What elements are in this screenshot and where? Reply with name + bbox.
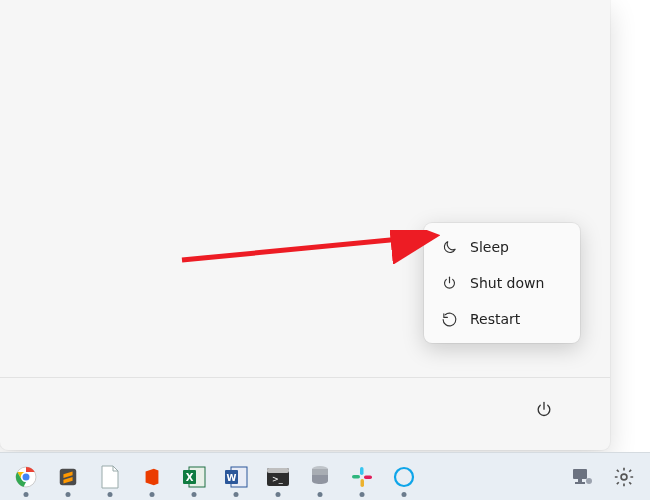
svg-point-3 [22, 472, 30, 480]
svg-text:X: X [186, 472, 194, 483]
svg-point-19 [395, 468, 413, 486]
svg-rect-20 [573, 469, 587, 479]
office-icon[interactable] [138, 463, 166, 491]
device-icon[interactable] [568, 463, 596, 491]
cortana-icon[interactable] [390, 463, 418, 491]
svg-text:>_: >_ [272, 475, 284, 484]
settings-icon[interactable] [610, 463, 638, 491]
menu-item-restart[interactable]: Restart [428, 301, 576, 337]
menu-item-shutdown[interactable]: Shut down [428, 265, 576, 301]
restart-icon [440, 310, 458, 328]
svg-rect-12 [267, 468, 289, 473]
svg-text:W: W [227, 473, 237, 483]
power-button[interactable] [526, 394, 562, 430]
desktop-area: Sleep Shut down Restart [0, 0, 650, 500]
sublime-icon[interactable] [54, 463, 82, 491]
panel-divider [0, 377, 610, 378]
menu-item-label: Restart [470, 311, 520, 327]
power-icon [440, 274, 458, 292]
chrome-icon[interactable] [12, 463, 40, 491]
excel-icon[interactable]: X [180, 463, 208, 491]
word-icon[interactable]: W [222, 463, 250, 491]
menu-item-label: Shut down [470, 275, 544, 291]
database-icon[interactable] [306, 463, 334, 491]
moon-icon [440, 238, 458, 256]
terminal-icon[interactable]: >_ [264, 463, 292, 491]
svg-rect-16 [352, 475, 360, 479]
svg-point-24 [621, 474, 627, 480]
svg-rect-18 [364, 475, 372, 479]
svg-rect-15 [360, 467, 364, 475]
svg-rect-17 [361, 479, 365, 487]
power-menu: Sleep Shut down Restart [424, 223, 580, 343]
svg-rect-21 [578, 479, 582, 482]
taskbar: X W >_ [0, 452, 650, 500]
svg-point-23 [586, 478, 592, 484]
menu-item-sleep[interactable]: Sleep [428, 229, 576, 265]
svg-rect-22 [575, 482, 585, 484]
menu-item-label: Sleep [470, 239, 509, 255]
slack-icon[interactable] [348, 463, 376, 491]
file-icon[interactable] [96, 463, 124, 491]
svg-rect-4 [60, 468, 77, 485]
power-icon [534, 400, 554, 424]
